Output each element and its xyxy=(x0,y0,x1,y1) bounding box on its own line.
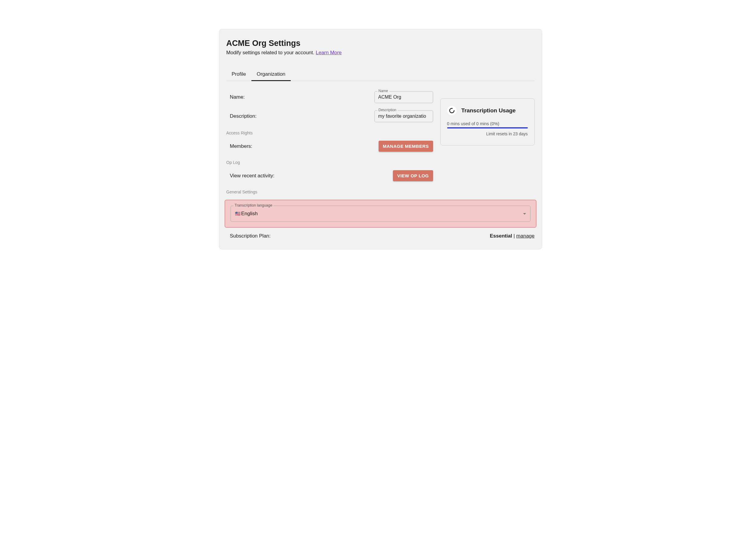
name-field-float: Name xyxy=(377,89,389,93)
name-label: Name: xyxy=(226,94,245,100)
organization-body: Name: Name Description: Description xyxy=(219,91,542,239)
language-highlight-box: Transcription language 🇺🇸English xyxy=(225,200,536,228)
usage-line: 0 mins used of 0 mins (0%) xyxy=(447,121,528,126)
row-subscription-plan: Subscription Plan: Essential | manage xyxy=(226,233,535,239)
page-subtitle: Modify settings related to your account.… xyxy=(219,49,542,56)
learn-more-link[interactable]: Learn More xyxy=(316,50,342,55)
language-select-wrap: Transcription language 🇺🇸English xyxy=(231,206,531,222)
description-label: Description: xyxy=(226,113,257,119)
manage-members-button[interactable]: MANAGE MEMBERS xyxy=(379,141,433,152)
usage-progress-bar xyxy=(447,127,528,128)
plan-separator: | xyxy=(512,233,516,239)
members-label: Members: xyxy=(226,143,253,149)
usage-spinner-icon xyxy=(447,106,457,115)
manage-plan-link[interactable]: manage xyxy=(516,233,534,239)
description-field-wrap: Description xyxy=(374,110,433,122)
tab-profile[interactable]: Profile xyxy=(226,68,251,81)
language-field-float: Transcription language xyxy=(234,203,274,207)
usage-header: Transcription Usage xyxy=(447,106,528,115)
usage-card: Transcription Usage 0 mins used of 0 min… xyxy=(440,98,535,145)
usage-reset: Limit resets in 23 days xyxy=(447,131,528,136)
section-access-rights: Access Rights xyxy=(226,130,433,135)
row-description: Description: Description xyxy=(226,110,433,122)
view-op-log-button[interactable]: VIEW OP LOG xyxy=(393,170,433,181)
language-value: 🇺🇸English xyxy=(235,211,258,217)
description-input[interactable] xyxy=(374,110,433,122)
row-oplog: View recent activity: VIEW OP LOG xyxy=(226,170,433,181)
plan-right: Essential | manage xyxy=(490,233,535,239)
tab-organization[interactable]: Organization xyxy=(251,68,291,81)
plan-label: Subscription Plan: xyxy=(226,233,271,239)
language-name: English xyxy=(241,211,258,216)
description-field-float: Description xyxy=(377,108,398,112)
transcription-language-select[interactable]: 🇺🇸English xyxy=(231,206,531,222)
subtitle-text: Modify settings related to your account. xyxy=(226,50,316,55)
section-op-log: Op Log xyxy=(226,160,433,165)
oplog-label: View recent activity: xyxy=(226,173,275,179)
plan-name: Essential xyxy=(490,233,512,239)
page-title: ACME Org Settings xyxy=(219,36,542,49)
flag-icon: 🇺🇸 xyxy=(235,211,241,216)
chevron-down-icon xyxy=(523,213,526,214)
row-name: Name: Name xyxy=(226,91,433,103)
tabs: Profile Organization xyxy=(226,68,535,81)
usage-title: Transcription Usage xyxy=(461,107,516,114)
row-members: Members: MANAGE MEMBERS xyxy=(226,141,433,152)
name-field-wrap: Name xyxy=(374,91,433,103)
settings-card: ACME Org Settings Modify settings relate… xyxy=(219,29,542,249)
name-input[interactable] xyxy=(374,91,433,103)
svg-point-0 xyxy=(449,108,454,113)
section-general-settings: General Settings xyxy=(226,189,433,194)
